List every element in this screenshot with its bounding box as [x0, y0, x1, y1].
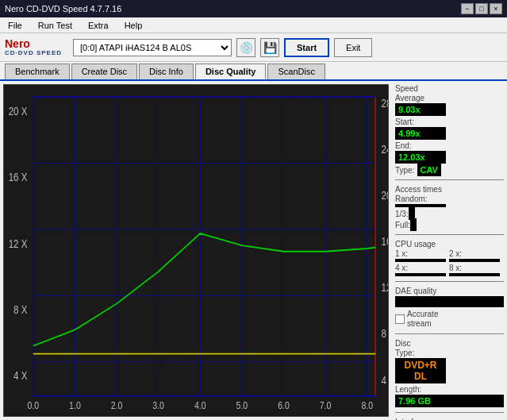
menu-file[interactable]: File [3, 19, 27, 32]
close-button[interactable]: × [490, 3, 502, 14]
random-value [395, 204, 446, 207]
svg-text:3.0: 3.0 [152, 399, 164, 410]
svg-text:1.0: 1.0 [69, 399, 81, 410]
title-bar: Nero CD-DVD Speed 4.7.7.16 − □ × [0, 0, 507, 17]
speed-type-value: CAV [417, 164, 441, 176]
disc-title: Disc [395, 339, 504, 348]
svg-text:2.0: 2.0 [111, 399, 123, 410]
disc-length-label: Length: [395, 385, 504, 394]
tab-bar: Benchmark Create Disc Disc Info Disc Qua… [0, 62, 507, 81]
speed-title: Speed [395, 84, 504, 93]
access-times-section: Access times Random: 1/3: Full: [395, 185, 504, 229]
svg-text:8 X: 8 X [13, 303, 28, 316]
drive-select[interactable]: [0:0] ATAPI iHAS124 B AL0S [73, 39, 232, 56]
svg-text:4.0: 4.0 [194, 399, 206, 410]
menu-run-test[interactable]: Run Test [33, 19, 77, 32]
svg-text:28: 28 [382, 97, 388, 110]
cpu-4x-label: 4 x: [395, 264, 446, 272]
menu-help[interactable]: Help [120, 19, 148, 32]
chart-svg: 20 X 16 X 12 X 8 X 4 X 28 24 20 16 12 8 … [4, 85, 388, 416]
speed-end-value: 12.03x [395, 151, 446, 164]
one-third-label: 1/3: [395, 210, 409, 218]
disc-type-value: DVD+R DL [395, 358, 446, 383]
exit-button[interactable]: Exit [334, 38, 372, 57]
dae-value [395, 296, 504, 307]
speed-section: Speed Average 9.03x Start: 4.99x End: 12… [395, 84, 504, 175]
cpu-2x-label: 2 x: [449, 249, 500, 258]
speed-average-label: Average [395, 94, 504, 102]
menu-extra[interactable]: Extra [83, 19, 113, 32]
svg-text:16: 16 [382, 235, 388, 248]
cpu-4x-value [395, 273, 446, 276]
cpu-8x-label: 8 x: [449, 264, 500, 272]
cpu-2x-value [449, 259, 500, 262]
svg-text:4 X: 4 X [13, 369, 28, 382]
accurate-stream-checkbox[interactable] [395, 314, 405, 324]
disc-icon-button[interactable]: 💿 [236, 38, 255, 57]
disc-length-value: 7.96 GB [395, 395, 504, 407]
svg-text:4: 4 [382, 374, 386, 387]
svg-text:12: 12 [382, 281, 388, 294]
speed-end-label: End: [395, 141, 446, 150]
tab-scan-disc[interactable]: ScanDisc [267, 64, 325, 79]
nero-logo: Nero CD·DVD SPEED [5, 38, 62, 56]
tab-create-disc[interactable]: Create Disc [71, 64, 137, 79]
tab-disc-info[interactable]: Disc Info [139, 64, 194, 79]
nero-logo-subtitle: CD·DVD SPEED [5, 49, 62, 56]
dae-section: DAE quality Accurate stream [395, 287, 504, 329]
svg-text:0.0: 0.0 [28, 399, 40, 410]
toolbar: Nero CD·DVD SPEED [0:0] ATAPI iHAS124 B … [0, 33, 507, 62]
speed-start-label: Start: [395, 118, 446, 126]
cpu-1x-label: 1 x: [395, 249, 446, 258]
speed-type-label: Type: [395, 166, 414, 175]
accurate-stream-label: Accurate [407, 310, 438, 318]
random-label: Random: [395, 195, 446, 203]
title-bar-controls: − □ × [461, 3, 502, 14]
svg-text:7.0: 7.0 [320, 399, 332, 410]
disc-type-label: Type: [395, 349, 504, 357]
cpu-1x-value [395, 259, 446, 262]
menu-bar: File Run Test Extra Help [0, 17, 507, 33]
cpu-usage-title: CPU usage [395, 240, 504, 249]
svg-text:16 X: 16 X [9, 171, 28, 183]
chart-container: 20 X 16 X 12 X 8 X 4 X 28 24 20 16 12 8 … [3, 84, 389, 417]
save-icon-button[interactable]: 💾 [260, 38, 279, 57]
nero-logo-text: Nero [5, 38, 62, 49]
start-button[interactable]: Start [284, 38, 329, 57]
svg-text:24: 24 [382, 143, 388, 156]
full-value [410, 218, 417, 231]
right-panel: Speed Average 9.03x Start: 4.99x End: 12… [392, 81, 507, 420]
full-label: Full: [395, 221, 410, 229]
tab-disc-quality[interactable]: Disc Quality [195, 64, 267, 79]
svg-text:8: 8 [382, 327, 386, 340]
speed-average-value: 9.03x [395, 103, 446, 116]
dae-title: DAE quality [395, 287, 504, 295]
svg-text:6.0: 6.0 [278, 399, 290, 410]
tab-benchmark[interactable]: Benchmark [5, 64, 70, 79]
svg-text:20 X: 20 X [9, 105, 28, 118]
title-bar-title: Nero CD-DVD Speed 4.7.7.16 [5, 4, 121, 13]
svg-text:20: 20 [382, 189, 388, 202]
minimize-button[interactable]: − [461, 3, 474, 14]
speed-start-value: 4.99x [395, 127, 446, 140]
cpu-usage-section: CPU usage 1 x: 2 x: 4 x: 8 x: [395, 240, 504, 276]
svg-text:8.0: 8.0 [361, 399, 373, 410]
maximize-button[interactable]: □ [475, 3, 488, 14]
svg-text:12 X: 12 X [9, 237, 28, 250]
accurate-stream-label2: stream [407, 319, 438, 328]
svg-text:5.0: 5.0 [236, 399, 248, 410]
main-area: 20 X 16 X 12 X 8 X 4 X 28 24 20 16 12 8 … [0, 81, 507, 420]
disc-section: Disc Type: DVD+R DL Length: 7.96 GB [395, 339, 504, 407]
cpu-8x-value [449, 273, 500, 276]
access-times-title: Access times [395, 185, 504, 194]
